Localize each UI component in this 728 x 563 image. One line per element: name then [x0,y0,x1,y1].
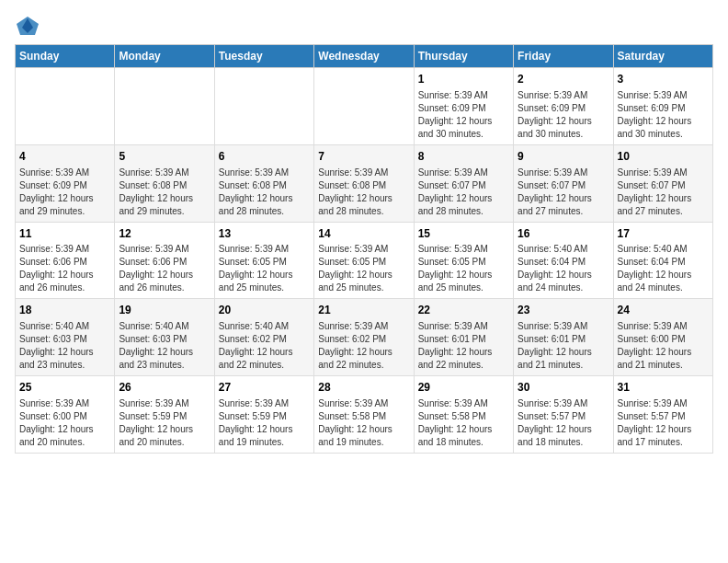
week-row-2: 4Sunrise: 5:39 AM Sunset: 6:09 PM Daylig… [16,144,713,222]
day-info: Sunrise: 5:39 AM Sunset: 6:08 PM Dayligh… [219,167,310,218]
day-number: 2 [518,72,609,87]
calendar-cell: 19Sunrise: 5:40 AM Sunset: 6:03 PM Dayli… [115,299,214,376]
day-number: 20 [219,303,310,318]
day-number: 27 [219,380,310,396]
day-info: Sunrise: 5:39 AM Sunset: 6:09 PM Dayligh… [518,89,609,141]
day-info: Sunrise: 5:39 AM Sunset: 6:07 PM Dayligh… [518,167,609,218]
day-info: Sunrise: 5:39 AM Sunset: 6:09 PM Dayligh… [618,89,709,141]
day-number: 29 [418,380,509,396]
calendar-cell: 3Sunrise: 5:39 AM Sunset: 6:09 PM Daylig… [613,68,712,145]
week-row-3: 11Sunrise: 5:39 AM Sunset: 6:06 PM Dayli… [16,222,713,299]
day-number: 10 [618,149,709,165]
day-number: 9 [518,149,609,165]
calendar-cell: 7Sunrise: 5:39 AM Sunset: 6:08 PM Daylig… [314,144,414,222]
day-number: 8 [418,149,509,165]
calendar-cell: 29Sunrise: 5:39 AM Sunset: 5:58 PM Dayli… [414,376,513,454]
day-info: Sunrise: 5:39 AM Sunset: 5:58 PM Dayligh… [418,397,509,449]
day-header-sunday: Sunday [16,45,115,68]
logo-icon [15,15,40,37]
calendar-cell: 8Sunrise: 5:39 AM Sunset: 6:07 PM Daylig… [414,144,513,222]
day-number: 28 [318,380,409,396]
day-info: Sunrise: 5:39 AM Sunset: 6:08 PM Dayligh… [318,167,409,218]
day-info: Sunrise: 5:39 AM Sunset: 5:59 PM Dayligh… [219,397,310,449]
calendar-cell: 15Sunrise: 5:39 AM Sunset: 6:05 PM Dayli… [414,222,513,299]
calendar-cell [314,68,414,145]
day-info: Sunrise: 5:39 AM Sunset: 6:00 PM Dayligh… [19,397,110,449]
day-info: Sunrise: 5:40 AM Sunset: 6:02 PM Dayligh… [219,320,310,372]
day-info: Sunrise: 5:39 AM Sunset: 6:00 PM Dayligh… [618,320,709,372]
calendar-cell: 11Sunrise: 5:39 AM Sunset: 6:06 PM Dayli… [16,222,115,299]
calendar-cell: 30Sunrise: 5:39 AM Sunset: 5:57 PM Dayli… [514,376,613,454]
calendar-cell: 25Sunrise: 5:39 AM Sunset: 6:00 PM Dayli… [16,376,115,454]
week-row-1: 1Sunrise: 5:39 AM Sunset: 6:09 PM Daylig… [16,68,713,145]
calendar-cell: 9Sunrise: 5:39 AM Sunset: 6:07 PM Daylig… [514,144,613,222]
day-info: Sunrise: 5:39 AM Sunset: 5:57 PM Dayligh… [618,397,709,449]
day-header-tuesday: Tuesday [214,45,313,68]
calendar-cell [214,68,313,145]
day-header-monday: Monday [115,45,214,68]
day-number: 7 [318,149,409,165]
day-info: Sunrise: 5:39 AM Sunset: 5:58 PM Dayligh… [318,397,409,449]
day-number: 31 [618,380,709,396]
calendar-cell: 2Sunrise: 5:39 AM Sunset: 6:09 PM Daylig… [514,68,613,145]
day-header-wednesday: Wednesday [314,45,414,68]
week-row-5: 25Sunrise: 5:39 AM Sunset: 6:00 PM Dayli… [16,376,713,454]
day-info: Sunrise: 5:39 AM Sunset: 6:01 PM Dayligh… [418,320,509,372]
day-info: Sunrise: 5:39 AM Sunset: 6:02 PM Dayligh… [318,320,409,372]
day-number: 16 [518,226,609,242]
calendar-cell: 21Sunrise: 5:39 AM Sunset: 6:02 PM Dayli… [314,299,414,376]
calendar-cell: 24Sunrise: 5:39 AM Sunset: 6:00 PM Dayli… [613,299,712,376]
calendar-cell: 5Sunrise: 5:39 AM Sunset: 6:08 PM Daylig… [115,144,214,222]
day-info: Sunrise: 5:40 AM Sunset: 6:03 PM Dayligh… [119,320,210,372]
day-number: 25 [19,380,110,396]
calendar-cell: 18Sunrise: 5:40 AM Sunset: 6:03 PM Dayli… [16,299,115,376]
day-info: Sunrise: 5:40 AM Sunset: 6:03 PM Dayligh… [19,320,110,372]
calendar-cell: 12Sunrise: 5:39 AM Sunset: 6:06 PM Dayli… [115,222,214,299]
calendar-table: SundayMondayTuesdayWednesdayThursdayFrid… [15,44,713,454]
calendar-cell: 4Sunrise: 5:39 AM Sunset: 6:09 PM Daylig… [16,144,115,222]
calendar-cell: 1Sunrise: 5:39 AM Sunset: 6:09 PM Daylig… [414,68,513,145]
day-number: 12 [119,226,210,242]
day-info: Sunrise: 5:40 AM Sunset: 6:04 PM Dayligh… [518,243,609,294]
day-number: 19 [119,303,210,318]
day-info: Sunrise: 5:39 AM Sunset: 6:09 PM Dayligh… [418,89,509,141]
day-info: Sunrise: 5:39 AM Sunset: 5:59 PM Dayligh… [119,397,210,449]
calendar-cell [115,68,214,145]
page-header [15,15,713,37]
day-header-saturday: Saturday [613,45,712,68]
day-number: 17 [618,226,709,242]
logo [15,15,44,37]
day-number: 26 [119,380,210,396]
calendar-cell: 26Sunrise: 5:39 AM Sunset: 5:59 PM Dayli… [115,376,214,454]
day-number: 6 [219,149,310,165]
day-header-friday: Friday [514,45,613,68]
week-row-4: 18Sunrise: 5:40 AM Sunset: 6:03 PM Dayli… [16,299,713,376]
calendar-cell: 27Sunrise: 5:39 AM Sunset: 5:59 PM Dayli… [214,376,313,454]
day-info: Sunrise: 5:39 AM Sunset: 6:05 PM Dayligh… [219,243,310,294]
day-number: 18 [19,303,110,318]
day-info: Sunrise: 5:39 AM Sunset: 6:08 PM Dayligh… [119,167,210,218]
day-number: 30 [518,380,609,396]
day-number: 4 [19,149,110,165]
day-info: Sunrise: 5:39 AM Sunset: 6:07 PM Dayligh… [618,167,709,218]
day-number: 15 [418,226,509,242]
day-info: Sunrise: 5:39 AM Sunset: 6:01 PM Dayligh… [518,320,609,372]
day-number: 24 [618,303,709,318]
calendar-cell: 16Sunrise: 5:40 AM Sunset: 6:04 PM Dayli… [514,222,613,299]
calendar-cell: 22Sunrise: 5:39 AM Sunset: 6:01 PM Dayli… [414,299,513,376]
day-number: 11 [19,226,110,242]
day-info: Sunrise: 5:39 AM Sunset: 6:07 PM Dayligh… [418,167,509,218]
day-info: Sunrise: 5:39 AM Sunset: 6:05 PM Dayligh… [418,243,509,294]
day-number: 22 [418,303,509,318]
calendar-cell: 10Sunrise: 5:39 AM Sunset: 6:07 PM Dayli… [613,144,712,222]
day-number: 21 [318,303,409,318]
day-info: Sunrise: 5:39 AM Sunset: 5:57 PM Dayligh… [518,397,609,449]
calendar-cell: 17Sunrise: 5:40 AM Sunset: 6:04 PM Dayli… [613,222,712,299]
day-info: Sunrise: 5:39 AM Sunset: 6:05 PM Dayligh… [318,243,409,294]
day-number: 13 [219,226,310,242]
calendar-cell: 13Sunrise: 5:39 AM Sunset: 6:05 PM Dayli… [214,222,313,299]
calendar-cell: 14Sunrise: 5:39 AM Sunset: 6:05 PM Dayli… [314,222,414,299]
day-number: 14 [318,226,409,242]
calendar-cell [16,68,115,145]
calendar-cell: 6Sunrise: 5:39 AM Sunset: 6:08 PM Daylig… [214,144,313,222]
